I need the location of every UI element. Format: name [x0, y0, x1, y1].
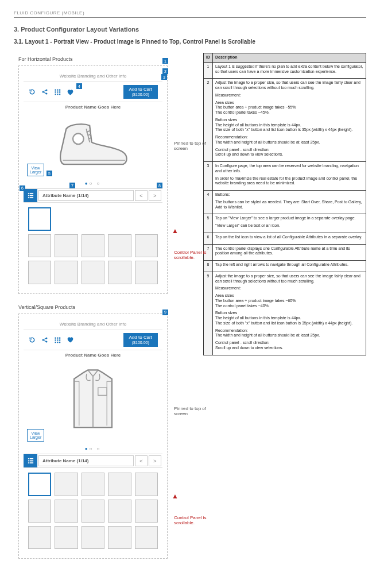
callout-3: 3 [161, 74, 167, 80]
annotation-scrollable: Control Panel is scrollable. [174, 250, 214, 260]
horizontal-products-label: For Horizontal Products [18, 56, 197, 62]
attribute-name-field: Attribute Name (1/14) [38, 455, 134, 466]
swatch[interactable] [28, 234, 51, 257]
share-icon[interactable] [41, 88, 49, 96]
swatch[interactable] [28, 473, 51, 496]
grid-icon[interactable] [53, 336, 61, 344]
svg-rect-26 [57, 339, 58, 341]
row-id: 8 [204, 261, 213, 272]
swatch[interactable] [55, 234, 77, 257]
svg-rect-4 [57, 90, 58, 91]
share-icon[interactable] [41, 336, 49, 344]
svg-rect-36 [28, 462, 29, 463]
svg-rect-8 [59, 91, 60, 92]
swatch[interactable] [82, 234, 104, 257]
swatch[interactable] [55, 473, 77, 496]
carousel-dots[interactable]: ●○ ○ [24, 445, 162, 454]
swatch[interactable] [82, 526, 104, 549]
attribute-list-button[interactable]: 6 [24, 189, 37, 202]
next-attribute-button[interactable]: > [149, 455, 161, 466]
view-larger-button[interactable]: View Larger [27, 429, 44, 442]
restart-icon[interactable] [28, 88, 36, 96]
callout-9: 9 [162, 310, 168, 315]
callout-6: 6 [20, 185, 25, 191]
swatch[interactable] [28, 500, 51, 523]
svg-rect-34 [28, 461, 29, 462]
swatch-grid [24, 203, 162, 288]
swatch[interactable] [108, 234, 131, 257]
row-description: In Configure page, the top area can be r… [213, 162, 366, 191]
svg-rect-5 [59, 90, 60, 91]
list-icon [28, 458, 34, 464]
swatch[interactable] [135, 261, 158, 284]
table-row: 3In Configure page, the top area can be … [204, 162, 366, 191]
svg-rect-16 [29, 195, 33, 196]
svg-rect-3 [55, 90, 56, 91]
action-row: Add to Cart ($100.00) [24, 82, 162, 102]
svg-rect-11 [59, 94, 60, 95]
swatch[interactable] [108, 500, 131, 523]
attribute-list-button[interactable] [24, 454, 37, 467]
svg-rect-10 [57, 94, 58, 95]
restart-icon[interactable] [28, 336, 36, 344]
row-description: Buttons:The buttons can be styled as nee… [213, 191, 366, 214]
row-id: 3 [204, 162, 213, 191]
heart-icon[interactable] [66, 336, 74, 344]
row-id: 5 [204, 214, 213, 233]
table-row: 9Adjust the image to a proper size, so t… [204, 272, 366, 355]
row-description: Layout 1 is suggested if there's no plan… [213, 62, 366, 79]
swatch[interactable] [28, 526, 51, 549]
action-row: Add to Cart ($100.00) [24, 330, 162, 350]
svg-rect-6 [55, 91, 56, 92]
add-to-cart-button[interactable]: Add to Cart ($100.00) [123, 85, 158, 99]
grid-icon[interactable] [53, 88, 61, 96]
heart-icon[interactable] [66, 88, 74, 96]
swatch[interactable] [135, 473, 158, 496]
svg-point-2 [46, 93, 48, 95]
attribute-bar: 6 Attribute Name (1/14) < > [24, 188, 162, 203]
swatch[interactable] [108, 473, 131, 496]
col-id: ID [204, 53, 213, 63]
next-attribute-button[interactable]: > [149, 190, 161, 201]
svg-rect-15 [28, 195, 29, 196]
table-row: 1Layout 1 is suggested if there's no pla… [204, 62, 366, 79]
row-description: Adjust the image to a proper size, so th… [213, 272, 366, 355]
swatch[interactable] [135, 526, 158, 549]
swatch[interactable] [108, 526, 131, 549]
callout-1: 1 [162, 58, 168, 64]
prev-attribute-button[interactable]: < [135, 455, 148, 466]
add-to-cart-button[interactable]: Add to Cart ($100.00) [123, 333, 158, 347]
product-image-area: View Larger [24, 359, 162, 445]
swatch[interactable] [55, 500, 77, 523]
cart-label: Add to Cart [129, 335, 152, 341]
branding-bar: Website Branding and Other Info [24, 319, 162, 330]
swatch[interactable] [55, 526, 77, 549]
svg-rect-23 [57, 337, 58, 338]
row-id: 6 [204, 233, 213, 244]
prev-attribute-button[interactable]: < [135, 190, 148, 201]
svg-rect-22 [55, 337, 56, 338]
svg-rect-13 [28, 193, 29, 194]
carousel-dots[interactable]: ●○ ○ [24, 180, 162, 188]
swatch[interactable] [82, 500, 104, 523]
svg-point-1 [46, 90, 48, 91]
svg-rect-14 [29, 193, 33, 194]
table-row: 6Tap on the list icon to view a list of … [204, 233, 366, 244]
mockup-vertical: 9 Website Branding and Other Info Add to… [18, 314, 168, 559]
row-id: 1 [204, 62, 213, 79]
subsection-heading: 3.1. Layout 1 - Portrait View - Product … [14, 38, 366, 45]
svg-rect-25 [55, 339, 56, 341]
view-larger-button[interactable]: View Larger [27, 164, 44, 176]
svg-rect-30 [59, 342, 60, 343]
swatch[interactable] [135, 500, 158, 523]
swatch[interactable] [82, 261, 104, 284]
section-heading: 3. Product Configurator Layout Variation… [14, 26, 366, 33]
swatch[interactable] [28, 261, 51, 284]
swatch[interactable] [108, 261, 131, 284]
boot-image [53, 118, 133, 173]
swatch[interactable] [28, 207, 51, 230]
swatch[interactable] [55, 261, 77, 284]
swatch[interactable] [135, 234, 158, 257]
swatch[interactable] [82, 473, 104, 496]
callout-7: 7 [69, 183, 75, 188]
